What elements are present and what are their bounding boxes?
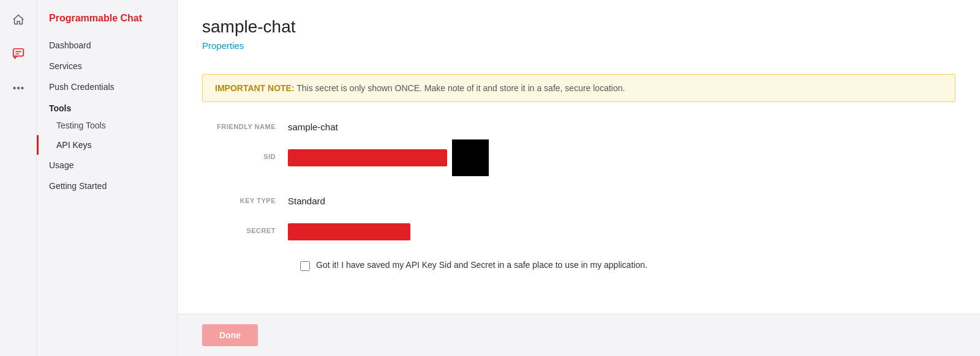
page-title: sample-chat (202, 17, 956, 37)
icon-bar (0, 0, 37, 356)
properties-link[interactable]: Properties (202, 40, 244, 51)
important-note-box: IMPORTANT NOTE: This secret is only show… (202, 74, 956, 102)
value-friendly-name: sample-chat (288, 119, 338, 132)
black-overlay (452, 139, 489, 176)
value-key-type: Standard (288, 193, 325, 206)
sidebar-item-getting-started[interactable]: Getting Started (37, 176, 177, 196)
main-content: sample-chat Properties IMPORTANT NOTE: T… (178, 0, 980, 356)
label-sid: SID (202, 149, 288, 160)
app-title: Programmable Chat (37, 7, 177, 35)
more-icon[interactable] (9, 78, 28, 98)
footer-bar: Done (178, 314, 980, 356)
sidebar: Programmable Chat Dashboard Services Pus… (37, 0, 178, 356)
value-sid (288, 149, 489, 176)
important-note-text: This secret is only shown ONCE. Make not… (295, 83, 625, 93)
svg-rect-0 (13, 49, 23, 56)
done-button[interactable]: Done (202, 324, 258, 346)
sidebar-item-usage[interactable]: Usage (37, 155, 177, 176)
form-section: FRIENDLY NAME sample-chat SID KEY TYPE S… (202, 119, 956, 283)
label-friendly-name: FRIENDLY NAME (202, 119, 288, 130)
home-icon[interactable] (9, 10, 28, 29)
confirm-checkbox-row: Got it! I have saved my API Key Sid and … (300, 260, 956, 271)
secret-redacted (288, 223, 410, 240)
label-key-type: KEY TYPE (202, 193, 288, 204)
svg-point-2 (13, 87, 15, 89)
svg-point-1 (17, 87, 19, 89)
important-note-bold: IMPORTANT NOTE: (215, 83, 295, 93)
value-secret (288, 223, 410, 243)
sidebar-item-testing-tools[interactable]: Testing Tools (37, 116, 177, 135)
confirm-checkbox[interactable] (300, 261, 310, 271)
tools-section-header: Tools (37, 97, 177, 116)
form-row-sid: SID (202, 149, 956, 176)
svg-point-3 (21, 87, 23, 89)
form-row-secret: SECRET (202, 223, 956, 243)
sidebar-item-dashboard[interactable]: Dashboard (37, 35, 177, 56)
sidebar-item-push-credentials[interactable]: Push Credentials (37, 76, 177, 97)
sidebar-item-api-keys[interactable]: API Keys (37, 135, 177, 155)
sid-redacted (288, 149, 447, 166)
form-row-key-type: KEY TYPE Standard (202, 193, 956, 206)
label-secret: SECRET (202, 223, 288, 234)
form-row-friendly-name: FRIENDLY NAME sample-chat (202, 119, 956, 132)
confirm-checkbox-label: Got it! I have saved my API Key Sid and … (316, 260, 647, 270)
content-area: sample-chat Properties IMPORTANT NOTE: T… (178, 0, 980, 314)
chat-icon[interactable] (9, 44, 28, 64)
sidebar-item-services[interactable]: Services (37, 56, 177, 76)
